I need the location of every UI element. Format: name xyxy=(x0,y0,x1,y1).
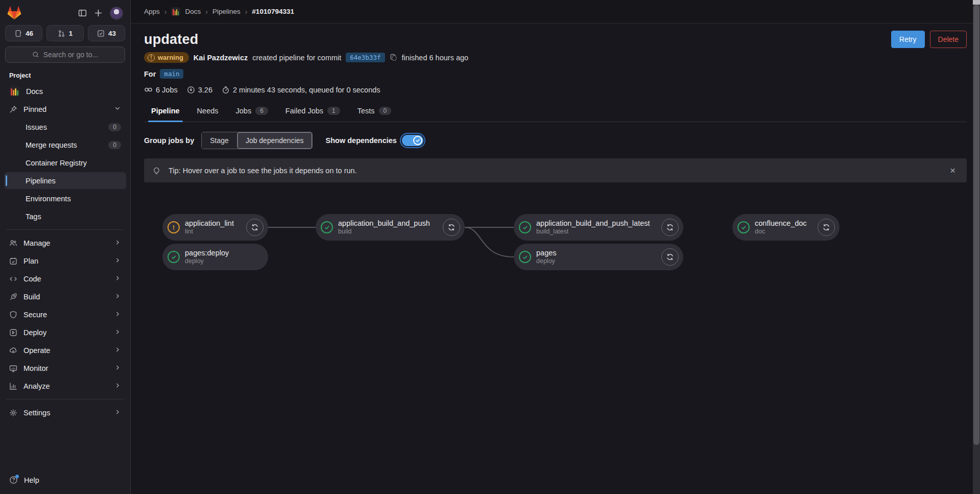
breadcrumb-apps[interactable]: Apps xyxy=(144,8,160,15)
sidebar-item-secure[interactable]: Secure xyxy=(4,306,126,323)
chevron-right-icon xyxy=(114,275,121,283)
jobs-tab-badge: 6 xyxy=(255,107,268,115)
job-node-application-build-and-push[interactable]: application_build_and_push build xyxy=(316,214,465,241)
tab-pipeline[interactable]: Pipeline xyxy=(144,100,187,122)
failed-jobs-tab-badge: 1 xyxy=(327,107,340,115)
toggle-knob-check-icon xyxy=(413,136,422,145)
todo-check-icon xyxy=(97,30,105,37)
chevron-right-icon xyxy=(114,409,121,417)
retry-button[interactable]: Retry xyxy=(891,31,924,48)
sidebar-item-operate[interactable]: Operate xyxy=(4,342,126,359)
sidebar-item-issues[interactable]: Issues 0 xyxy=(4,119,126,135)
project-name: Docs xyxy=(26,87,43,96)
chevron-right-icon xyxy=(114,293,121,301)
retry-job-button[interactable] xyxy=(661,219,679,236)
status-badge[interactable]: ! warning xyxy=(144,52,189,63)
sidebar-item-build[interactable]: Build xyxy=(4,288,126,305)
app-window: 46 1 43 Search or go to... Project Docs … xyxy=(0,0,980,494)
shield-icon xyxy=(9,311,17,319)
status-success-icon xyxy=(168,251,180,263)
merge-requests-count: 1 xyxy=(69,30,73,37)
breadcrumb-project[interactable]: Docs xyxy=(185,8,201,15)
search-input[interactable]: Search or go to... xyxy=(5,46,125,63)
tab-needs[interactable]: Needs xyxy=(190,100,226,122)
retry-job-button[interactable] xyxy=(661,248,679,266)
issues-count: 46 xyxy=(26,30,33,37)
sidebar-item-code[interactable]: Code xyxy=(4,270,126,287)
help-button[interactable]: Help xyxy=(4,472,126,488)
gitlab-logo[interactable] xyxy=(7,6,21,20)
chevron-right-icon xyxy=(114,346,121,355)
pipeline-stats: 6 Jobs 3.26 2 minutes 43 seconds, queued… xyxy=(144,85,967,94)
breadcrumb-pipeline-id: #1010794331 xyxy=(252,8,294,15)
calendar-icon xyxy=(9,257,17,265)
sidebar-item-settings[interactable]: Settings xyxy=(4,404,126,421)
sidebar-item-container-registry[interactable]: Container Registry xyxy=(4,154,126,171)
sidebar-item-pipelines[interactable]: Pipelines xyxy=(4,172,126,189)
job-node-pages[interactable]: pages deploy xyxy=(514,244,683,270)
chevron-right-icon xyxy=(114,239,121,247)
job-node-pages-deploy[interactable]: pages:deploy deploy xyxy=(162,244,268,270)
warning-icon: ! xyxy=(148,54,155,61)
merge-requests-badge: 0 xyxy=(108,141,121,149)
compute-gauge-icon xyxy=(187,86,195,94)
divider xyxy=(6,399,124,399)
job-node-confluence-doc[interactable]: confluence_doc doc xyxy=(732,214,840,241)
issues-badge: 0 xyxy=(108,123,121,131)
sidebar-item-merge-requests[interactable]: Merge requests 0 xyxy=(4,136,126,153)
page-scrollbar[interactable] xyxy=(973,0,980,494)
group-by-dependencies-button[interactable]: Job dependencies xyxy=(237,132,312,149)
user-avatar[interactable] xyxy=(110,7,123,20)
pipeline-tabs: Pipeline Needs Jobs 6 Failed Jobs 1 Test… xyxy=(144,100,967,122)
retry-job-button[interactable] xyxy=(443,219,460,236)
sidebar-toggle-icon[interactable] xyxy=(78,9,87,17)
sidebar-item-plan[interactable]: Plan xyxy=(4,252,126,269)
retry-job-button[interactable] xyxy=(246,219,264,236)
tests-tab-badge: 0 xyxy=(379,107,392,115)
create-new-icon[interactable] xyxy=(94,9,103,17)
sidebar-item-pinned[interactable]: Pinned xyxy=(4,101,126,117)
issues-counter-button[interactable]: 46 xyxy=(5,25,42,41)
jobs-count-text[interactable]: 6 Jobs xyxy=(156,86,178,94)
pipeline-author[interactable]: Kai Pazdzewicz xyxy=(194,54,248,62)
sidebar-item-monitor[interactable]: Monitor xyxy=(4,360,126,377)
sidebar-item-analyze[interactable]: Analyze xyxy=(4,378,126,394)
breadcrumb: Apps › Docs › Pipelines › #1010794331 xyxy=(131,0,980,23)
commit-sha-badge[interactable]: 64e3b33f xyxy=(346,53,385,62)
job-node-application-lint[interactable]: ! application_lint lint xyxy=(162,214,268,241)
tab-tests[interactable]: Tests 0 xyxy=(350,100,399,122)
retry-job-button[interactable] xyxy=(818,219,835,236)
duration-text: 2 minutes 43 seconds, queued for 0 secon… xyxy=(233,86,380,94)
refresh-icon xyxy=(822,223,830,231)
sidebar-item-manage[interactable]: Manage xyxy=(4,234,126,251)
status-success-icon xyxy=(519,251,531,263)
scrollbar-thumb[interactable] xyxy=(973,5,979,445)
chevron-right-icon xyxy=(114,311,121,319)
sidebar-item-deploy[interactable]: Deploy xyxy=(4,324,126,341)
sidebar-item-project-docs[interactable]: Docs xyxy=(4,83,126,100)
sidebar-item-tags[interactable]: Tags xyxy=(4,208,126,225)
job-node-application-build-and-push-latest[interactable]: application_build_and_push_latest build_… xyxy=(514,214,683,241)
todos-count: 43 xyxy=(108,30,116,37)
chevron-right-icon xyxy=(114,328,121,337)
tab-jobs[interactable]: Jobs 6 xyxy=(229,100,275,122)
merge-request-icon xyxy=(58,30,65,37)
breadcrumb-pipelines[interactable]: Pipelines xyxy=(212,8,241,15)
delete-button[interactable]: Delete xyxy=(930,31,967,48)
pinned-label: Pinned xyxy=(23,105,46,113)
breadcrumb-separator: › xyxy=(164,8,167,16)
sidebar-item-environments[interactable]: Environments xyxy=(4,190,126,207)
page-title: updated xyxy=(144,32,198,48)
todos-counter-button[interactable]: 43 xyxy=(88,25,125,41)
stopwatch-icon xyxy=(222,86,230,94)
group-by-stage-button[interactable]: Stage xyxy=(202,132,237,149)
tab-failed-jobs[interactable]: Failed Jobs 1 xyxy=(278,100,347,122)
scrollbar-arrow[interactable] xyxy=(973,0,980,5)
close-icon[interactable]: × xyxy=(947,166,959,175)
copy-commit-icon[interactable] xyxy=(390,54,397,61)
branch-badge[interactable]: main xyxy=(160,69,183,79)
status-warning-icon: ! xyxy=(168,221,180,233)
merge-requests-counter-button[interactable]: 1 xyxy=(46,25,84,41)
sidebar-header xyxy=(4,4,126,25)
show-dependencies-toggle[interactable] xyxy=(402,135,423,146)
